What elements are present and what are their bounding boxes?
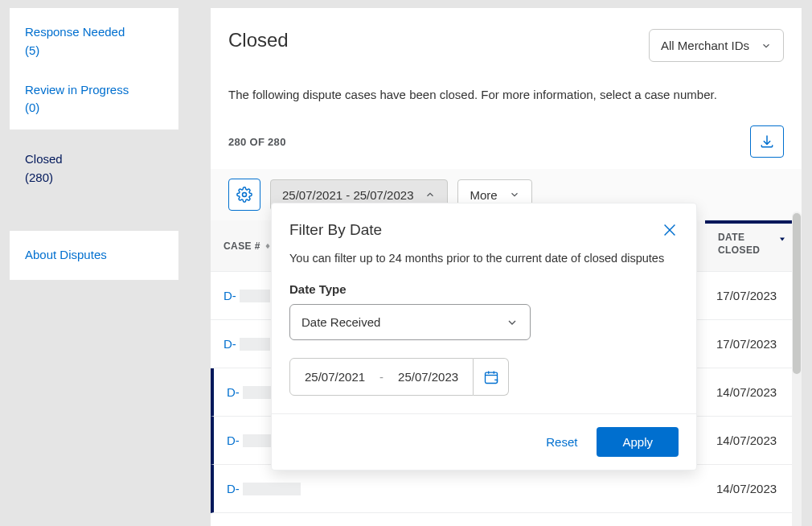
svg-marker-1 — [265, 243, 269, 245]
date-closed-cell: 17/07/2023 — [705, 337, 802, 351]
date-filter-label: 25/07/2021 - 25/07/2023 — [282, 188, 413, 202]
settings-button[interactable] — [228, 179, 260, 211]
sidebar-count-closed: (280) — [25, 169, 163, 187]
chevron-up-icon — [424, 189, 436, 200]
date-range: 25/07/2021 - 25/07/2023 — [289, 358, 679, 396]
more-label: More — [470, 188, 497, 202]
close-button[interactable] — [661, 221, 679, 239]
redacted — [240, 290, 270, 302]
sidebar-label-closed: Closed — [25, 150, 163, 169]
scrollbar[interactable] — [792, 212, 802, 526]
reset-button[interactable]: Reset — [546, 435, 577, 449]
table-row[interactable]: D- 12/07/2023 — [211, 513, 802, 526]
sidebar-item-review[interactable]: Review in Progress — [25, 81, 163, 100]
result-count: 280 OF 280 — [228, 136, 286, 148]
chevron-down-icon — [509, 189, 520, 200]
merchant-select[interactable]: All Merchant IDs — [649, 29, 784, 62]
svg-marker-3 — [780, 238, 785, 241]
chevron-down-icon — [506, 316, 519, 329]
sidebar-count-response-needed: (5) — [25, 43, 163, 57]
case-link[interactable]: D- — [227, 434, 240, 447]
case-link[interactable]: D- — [224, 289, 236, 302]
date-type-value: Date Received — [301, 315, 380, 329]
date-closed-cell: 14/07/2023 — [705, 482, 802, 495]
calendar-icon — [483, 369, 499, 385]
sidebar-item-about[interactable]: About Disputes — [25, 246, 163, 265]
end-date: 25/07/2023 — [398, 370, 458, 384]
download-icon — [759, 134, 775, 150]
start-date: 25/07/2021 — [305, 370, 365, 384]
date-separator: - — [379, 370, 383, 384]
svg-rect-6 — [485, 372, 497, 383]
sidebar-card-statuses: Response Needed (5) Review in Progress (… — [10, 8, 178, 129]
merchant-select-label: All Merchant IDs — [661, 39, 749, 52]
case-link[interactable]: D- — [227, 385, 240, 399]
count-row: 280 OF 280 — [211, 116, 802, 158]
sidebar-count-review: (0) — [25, 101, 163, 114]
sidebar-card-about: About Disputes — [10, 231, 178, 280]
close-icon — [661, 221, 679, 239]
th-case-label: CASE # — [224, 240, 260, 252]
table-row[interactable]: D- 14/07/2023 — [211, 465, 802, 513]
redacted — [240, 338, 270, 351]
popover-title: Filter By Date — [289, 221, 382, 239]
date-type-label: Date Type — [289, 282, 679, 296]
apply-button[interactable]: Apply — [597, 427, 679, 457]
gear-icon — [236, 187, 252, 203]
sidebar-item-response-needed[interactable]: Response Needed — [25, 23, 163, 42]
sort-desc-icon — [777, 234, 787, 244]
calendar-button[interactable] — [474, 358, 509, 396]
download-button[interactable] — [750, 125, 784, 158]
page-title: Closed — [228, 29, 289, 51]
case-link[interactable]: D- — [224, 337, 236, 351]
date-type-select[interactable]: Date Received — [289, 304, 531, 340]
sidebar-item-closed[interactable]: Closed (280) — [10, 144, 178, 187]
subtitle-text: The following dispute cases have been cl… — [211, 68, 802, 116]
date-closed-cell: 14/07/2023 — [705, 385, 802, 399]
redacted — [243, 483, 301, 495]
filter-date-popover: Filter By Date You can filter up to 24 m… — [271, 203, 697, 471]
date-range-input[interactable]: 25/07/2021 - 25/07/2023 — [289, 358, 474, 396]
date-closed-cell: 17/07/2023 — [705, 289, 802, 302]
chevron-down-icon — [761, 40, 772, 51]
case-link[interactable]: D- — [227, 482, 240, 495]
date-closed-cell: 14/07/2023 — [705, 434, 802, 447]
svg-point-0 — [243, 193, 247, 197]
popover-help-text: You can filter up to 24 months prior to … — [289, 252, 679, 265]
svg-marker-2 — [265, 246, 269, 249]
popover-footer: Reset Apply — [272, 413, 696, 470]
sidebar: Response Needed (5) Review in Progress (… — [10, 8, 178, 294]
main-header: Closed All Merchant IDs — [211, 8, 802, 68]
scrollbar-thumb[interactable] — [793, 213, 801, 374]
th-date-closed-label: DATE CLOSED — [718, 232, 773, 257]
th-date-closed[interactable]: DATE CLOSED — [705, 220, 802, 271]
